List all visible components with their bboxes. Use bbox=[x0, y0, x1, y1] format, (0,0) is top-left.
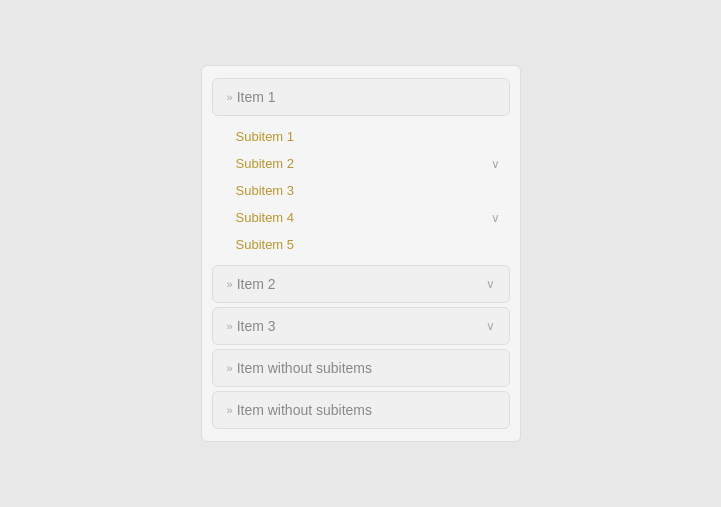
chevron-right-icon-2: » bbox=[227, 278, 231, 290]
menu-item-2-label: Item 2 bbox=[237, 276, 276, 292]
menu-item-4[interactable]: » Item without subitems bbox=[212, 349, 510, 387]
subitem-2-label: Subitem 2 bbox=[236, 156, 295, 171]
subitem-4[interactable]: Subitem 4 ∨ bbox=[232, 205, 510, 230]
menu-item-2-left: » Item 2 bbox=[227, 276, 276, 292]
menu-item-3[interactable]: » Item 3 ∨ bbox=[212, 307, 510, 345]
menu-item-2[interactable]: » Item 2 ∨ bbox=[212, 265, 510, 303]
chevron-right-icon-3: » bbox=[227, 320, 231, 332]
menu-item-5-label: Item without subitems bbox=[237, 402, 372, 418]
menu-item-4-label: Item without subitems bbox=[237, 360, 372, 376]
subitem-3-label: Subitem 3 bbox=[236, 183, 295, 198]
menu-item-5[interactable]: » Item without subitems bbox=[212, 391, 510, 429]
subitems-list: Subitem 1 Subitem 2 ∨ Subitem 3 Subitem … bbox=[212, 120, 510, 261]
subitem-5-label: Subitem 5 bbox=[236, 237, 295, 252]
chevron-right-icon: » bbox=[227, 91, 231, 103]
subitem-3[interactable]: Subitem 3 bbox=[232, 178, 510, 203]
subitem-1-label: Subitem 1 bbox=[236, 129, 295, 144]
subitem-1[interactable]: Subitem 1 bbox=[232, 124, 510, 149]
chevron-right-icon-5: » bbox=[227, 404, 231, 416]
subitem-5[interactable]: Subitem 5 bbox=[232, 232, 510, 257]
menu-item-1-left: » Item 1 bbox=[227, 89, 276, 105]
subitem-2[interactable]: Subitem 2 ∨ bbox=[232, 151, 510, 176]
menu-item-4-left: » Item without subitems bbox=[227, 360, 373, 376]
menu-item-1-label: Item 1 bbox=[237, 89, 276, 105]
chevron-down-icon-2: ∨ bbox=[486, 277, 495, 291]
subitem-4-chevron-icon: ∨ bbox=[491, 211, 500, 225]
menu-item-1-expanded: » Item 1 Subitem 1 Subitem 2 ∨ Subitem 3… bbox=[212, 78, 510, 261]
menu-item-5-left: » Item without subitems bbox=[227, 402, 373, 418]
chevron-right-icon-4: » bbox=[227, 362, 231, 374]
menu-item-1-header[interactable]: » Item 1 bbox=[212, 78, 510, 116]
subitem-4-label: Subitem 4 bbox=[236, 210, 295, 225]
menu-container: » Item 1 Subitem 1 Subitem 2 ∨ Subitem 3… bbox=[201, 65, 521, 442]
menu-item-3-left: » Item 3 bbox=[227, 318, 276, 334]
menu-item-3-label: Item 3 bbox=[237, 318, 276, 334]
chevron-down-icon-3: ∨ bbox=[486, 319, 495, 333]
subitem-2-chevron-icon: ∨ bbox=[491, 157, 500, 171]
